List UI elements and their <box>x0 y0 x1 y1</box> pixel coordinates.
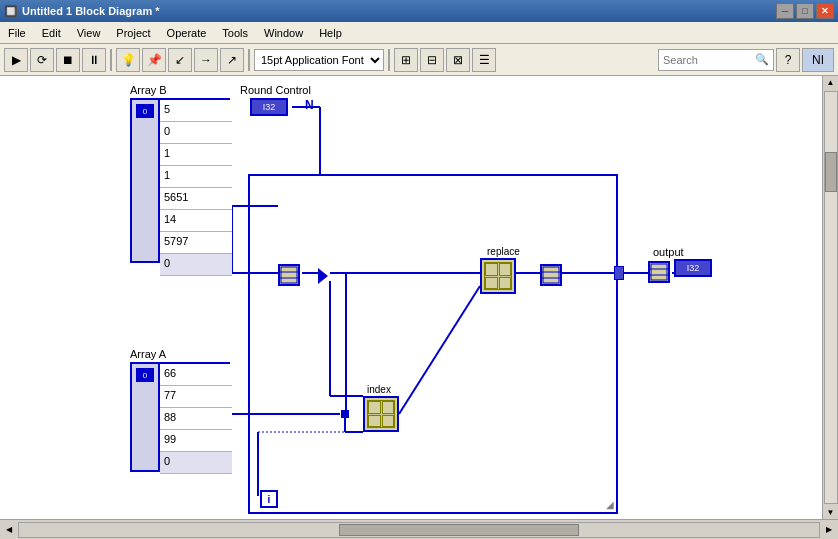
downsample-triangle <box>318 268 328 284</box>
align-button[interactable]: ⊞ <box>394 48 418 72</box>
lv-logo: NI <box>802 48 834 72</box>
array-a-index: 0 <box>132 364 160 470</box>
array-b-cell-7[interactable]: 0 <box>160 254 232 276</box>
array-b[interactable]: 0 5 0 1 1 5651 14 5797 0 <box>130 98 230 263</box>
diagram-area: Array B 0 5 0 1 1 5651 14 5797 0 <box>0 76 822 519</box>
menu-project[interactable]: Project <box>108 22 158 43</box>
resize-button[interactable]: ⊠ <box>446 48 470 72</box>
array-b-cell-5[interactable]: 14 <box>160 210 232 232</box>
replace-label: replace <box>487 246 520 257</box>
array-b-label: Array B <box>130 84 167 96</box>
svg-rect-25 <box>543 267 559 283</box>
output-label: output <box>653 246 684 258</box>
menu-view[interactable]: View <box>69 22 109 43</box>
for-loop-i: i <box>260 490 278 508</box>
close-button[interactable]: ✕ <box>816 3 834 19</box>
loop-tunnel-right <box>614 266 624 280</box>
scroll-right-button[interactable]: ▶ <box>824 523 834 536</box>
search-box[interactable]: 🔍 <box>658 49 774 71</box>
svg-rect-28 <box>651 264 667 280</box>
canvas[interactable]: Array B 0 5 0 1 1 5651 14 5797 0 <box>0 76 822 519</box>
highlight-button[interactable]: 💡 <box>116 48 140 72</box>
reorder-button[interactable]: ☰ <box>472 48 496 72</box>
sep-1 <box>110 49 112 71</box>
for-loop[interactable]: i ◢ <box>248 174 618 514</box>
sep-3 <box>388 49 390 71</box>
array-a-cell-3[interactable]: 99 <box>160 430 232 452</box>
array-b-index-icon: 0 <box>136 104 154 118</box>
index-node[interactable] <box>363 396 399 432</box>
menu-window[interactable]: Window <box>256 22 311 43</box>
abort-button[interactable]: ⏹ <box>56 48 80 72</box>
array-b-cell-2[interactable]: 1 <box>160 144 232 166</box>
run-cont-button[interactable]: ⟳ <box>30 48 54 72</box>
scroll-left-button[interactable]: ◀ <box>4 523 14 536</box>
array-b-cell-0[interactable]: 5 <box>160 100 232 122</box>
index-label: index <box>367 384 391 395</box>
array-a-cell-2[interactable]: 88 <box>160 408 232 430</box>
array-b-index: 0 <box>132 100 160 261</box>
round-control-label: Round Control <box>240 84 311 96</box>
scroll-thumb-horizontal[interactable] <box>339 524 579 536</box>
output-indicator[interactable]: I32 <box>674 259 712 277</box>
right-bundle-node[interactable] <box>540 264 562 286</box>
step-over-button[interactable]: → <box>194 48 218 72</box>
scroll-thumb-right[interactable] <box>825 152 837 192</box>
window-title: Untitled 1 Block Diagram * <box>22 5 776 17</box>
index-node-inner <box>367 400 395 428</box>
for-loop-corner: ◢ <box>606 499 614 510</box>
replace-node-inner <box>484 262 512 290</box>
menu-file[interactable]: File <box>0 22 34 43</box>
array-b-values: 5 0 1 1 5651 14 5797 0 <box>160 100 232 261</box>
pause-button[interactable]: ⏸ <box>82 48 106 72</box>
dist-button[interactable]: ⊟ <box>420 48 444 72</box>
step-out-button[interactable]: ↗ <box>220 48 244 72</box>
menu-operate[interactable]: Operate <box>159 22 215 43</box>
window-controls: ─ □ ✕ <box>776 3 834 19</box>
bundle-node[interactable] <box>278 264 300 286</box>
svg-rect-22 <box>281 267 297 283</box>
round-control[interactable]: I32 <box>250 98 288 116</box>
sep-2 <box>248 49 250 71</box>
array-a-label: Array A <box>130 348 166 360</box>
menu-help[interactable]: Help <box>311 22 350 43</box>
status-bar: ◀ ▶ <box>0 519 838 539</box>
array-b-cell-1[interactable]: 0 <box>160 122 232 144</box>
array-a-cell-1[interactable]: 77 <box>160 386 232 408</box>
step-into-button[interactable]: ↙ <box>168 48 192 72</box>
array-a-cell-4[interactable]: 0 <box>160 452 232 474</box>
main-area: Array B 0 5 0 1 1 5651 14 5797 0 <box>0 76 838 519</box>
search-input[interactable] <box>663 54 753 66</box>
menu-edit[interactable]: Edit <box>34 22 69 43</box>
array-a-index-icon: 0 <box>136 368 154 382</box>
menu-bar: File Edit View Project Operate Tools Win… <box>0 22 838 44</box>
help-button[interactable]: ? <box>776 48 800 72</box>
maximize-button[interactable]: □ <box>796 3 814 19</box>
n-label: N <box>305 98 314 112</box>
array-b-cell-4[interactable]: 5651 <box>160 188 232 210</box>
scrollbar-right[interactable]: ▲ ▼ <box>822 76 838 519</box>
search-icon[interactable]: 🔍 <box>755 53 769 66</box>
array-a[interactable]: 0 66 77 88 99 0 <box>130 362 230 472</box>
menu-tools[interactable]: Tools <box>214 22 256 43</box>
font-selector[interactable]: 15pt Application Font <box>254 49 384 71</box>
app-icon: 🔲 <box>4 5 18 18</box>
array-b-cell-3[interactable]: 1 <box>160 166 232 188</box>
scroll-up-button[interactable]: ▲ <box>825 76 837 89</box>
minimize-button[interactable]: ─ <box>776 3 794 19</box>
scroll-track-right[interactable] <box>824 91 838 504</box>
run-button[interactable]: ▶ <box>4 48 28 72</box>
output-node[interactable] <box>648 261 670 283</box>
array-a-values: 66 77 88 99 0 <box>160 364 232 470</box>
array-a-cell-0[interactable]: 66 <box>160 364 232 386</box>
retain-button[interactable]: 📌 <box>142 48 166 72</box>
title-bar: 🔲 Untitled 1 Block Diagram * ─ □ ✕ <box>0 0 838 22</box>
scroll-down-button[interactable]: ▼ <box>825 506 837 519</box>
scrollbar-horizontal[interactable] <box>18 522 820 538</box>
replace-node[interactable] <box>480 258 516 294</box>
array-b-cell-6[interactable]: 5797 <box>160 232 232 254</box>
toolbar: ▶ ⟳ ⏹ ⏸ 💡 📌 ↙ → ↗ 15pt Application Font … <box>0 44 838 76</box>
